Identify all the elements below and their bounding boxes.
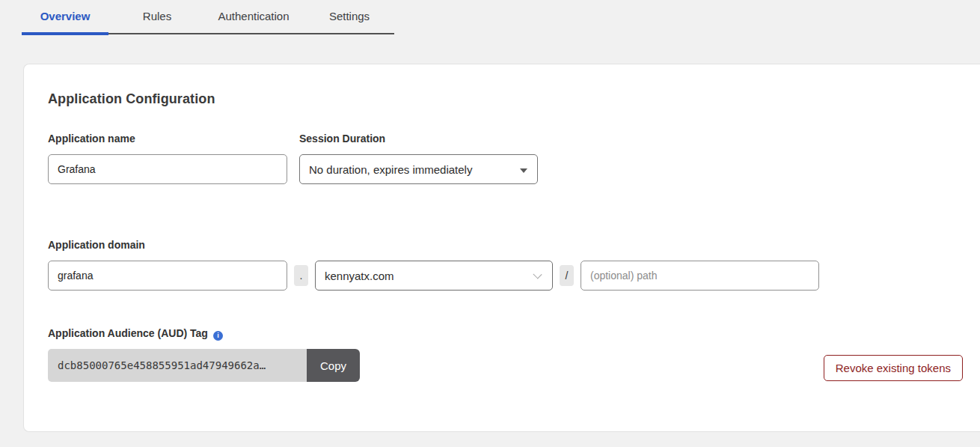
- tab-bar: Overview Rules Authentication Settings: [22, 0, 394, 34]
- subdomain-input[interactable]: [48, 261, 287, 291]
- caret-down-icon: [520, 168, 527, 173]
- card-title: Application Configuration: [48, 91, 215, 107]
- application-configuration-card: Application Configuration Application na…: [23, 64, 980, 432]
- application-domain-row: . kennyatx.com /: [48, 261, 819, 291]
- info-icon[interactable]: i: [213, 331, 223, 341]
- aud-tag-value: dcb85000765e458855951ad47949662a…: [48, 349, 307, 382]
- application-domain-label: Application domain: [48, 239, 145, 251]
- aud-tag-label-text: Application Audience (AUD) Tag: [48, 327, 208, 339]
- aud-tag-label: Application Audience (AUD) Tagi: [48, 327, 223, 341]
- tab-rules-label: Rules: [143, 10, 171, 22]
- session-duration-selected-value: No duration, expires immediately: [309, 163, 472, 176]
- dot-separator: .: [294, 265, 308, 286]
- slash-separator: /: [560, 265, 574, 286]
- chevron-down-icon: [533, 270, 542, 279]
- application-name-input[interactable]: [48, 154, 287, 184]
- tab-rules[interactable]: Rules: [126, 0, 189, 33]
- domain-selected-value: kennyatx.com: [325, 270, 394, 282]
- domain-select[interactable]: kennyatx.com: [315, 261, 553, 291]
- application-name-label: Application name: [48, 133, 135, 145]
- tab-settings-label: Settings: [329, 10, 370, 22]
- tab-settings[interactable]: Settings: [318, 0, 381, 33]
- tab-authentication[interactable]: Authentication: [210, 0, 297, 33]
- session-duration-select[interactable]: No duration, expires immediately: [299, 154, 538, 184]
- revoke-existing-tokens-button[interactable]: Revoke existing tokens: [824, 355, 963, 381]
- tab-authentication-label: Authentication: [218, 10, 289, 22]
- tab-overview[interactable]: Overview: [22, 0, 108, 33]
- copy-button[interactable]: Copy: [307, 349, 360, 382]
- aud-tag-row: dcb85000765e458855951ad47949662a… Copy: [48, 349, 360, 382]
- path-input[interactable]: [581, 261, 819, 291]
- tab-overview-label: Overview: [40, 10, 91, 22]
- active-tab-indicator: [22, 32, 108, 35]
- session-duration-label: Session Duration: [299, 133, 385, 145]
